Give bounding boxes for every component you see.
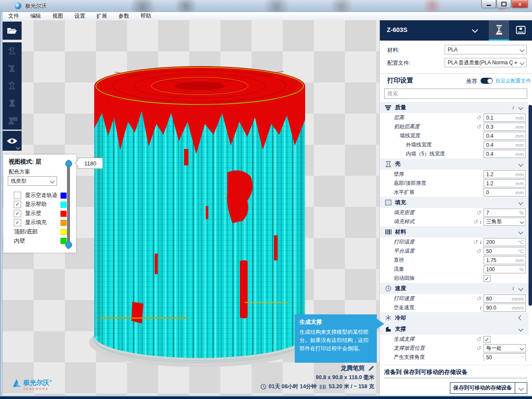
setting-checkbox[interactable]: ✓ [484, 275, 491, 282]
setting-input[interactable]: 0.1mm [484, 114, 526, 122]
material-label: 材料: [387, 47, 399, 54]
setting-value: 7 [484, 210, 489, 216]
setting-select[interactable]: 每一处 [484, 344, 526, 352]
view-option-checkbox[interactable] [14, 192, 21, 199]
save-to-removable-button[interactable]: 保存到可移动的存储设备 [450, 382, 527, 394]
model-dimensions: 90.8 x 90.8 x 118.0 毫米 [261, 373, 374, 382]
setting-label: 层高 [394, 114, 404, 121]
section-header-1[interactable]: 壳 [380, 158, 529, 170]
title-bar: 极光尔沃 x [0, 0, 532, 13]
color-swatch [61, 229, 67, 235]
setting-label: 空走速度 [394, 304, 414, 311]
layer-slider-range [67, 167, 70, 244]
setting-input[interactable]: 0.4mm [484, 150, 526, 158]
menu-item-3[interactable]: 设置 [69, 12, 91, 20]
menu-item-4[interactable]: 扩展 [91, 12, 113, 20]
menu-item-5[interactable]: 参数 [113, 12, 135, 20]
info-icon: i [480, 220, 481, 224]
layer-slider-top-handle[interactable] [65, 160, 72, 167]
custom-profile-link[interactable]: 自定义配置文件 [495, 78, 531, 85]
view-option-checkbox[interactable]: ✓ [14, 210, 21, 217]
tab-monitor[interactable] [509, 20, 532, 41]
setting-unit: mm [516, 172, 526, 177]
view-mode-eye-icon [6, 138, 18, 144]
open-file-button[interactable] [3, 22, 22, 40]
section-header-0[interactable]: 质量i [380, 102, 529, 113]
color-scheme-select[interactable]: 线类型 [8, 176, 57, 186]
menu-item-2[interactable]: 视图 [47, 12, 69, 20]
view-option-checkbox[interactable]: ✓ [14, 201, 21, 208]
setting-input[interactable]: 90.0mm/s [484, 304, 526, 312]
view-mode-button[interactable] [3, 131, 22, 151]
search-input[interactable] [385, 89, 527, 98]
section-header-5[interactable]: 冷却 [380, 312, 529, 323]
setting-input[interactable]: 50° [484, 353, 526, 361]
chevron-down-icon [519, 60, 524, 65]
setting-row: 填充密度↺7% [380, 208, 529, 217]
setting-row: 外墙线宽度0.4mm [380, 140, 529, 149]
scale-tool-icon[interactable] [3, 60, 22, 77]
scrollbar-thumb[interactable] [529, 105, 532, 306]
setting-input[interactable]: 0mm [484, 188, 526, 196]
section-label: 壳 [395, 161, 401, 168]
setting-input[interactable]: 0.3mm [484, 123, 526, 131]
rotate-tool-icon[interactable] [3, 77, 22, 95]
section-header-4[interactable]: 速度i [380, 283, 529, 294]
setting-input[interactable]: 100% [484, 265, 526, 273]
reset-to-default-icon[interactable]: ↺ [477, 210, 481, 215]
setting-input[interactable]: 1.75mm [484, 256, 526, 264]
color-swatch [61, 202, 67, 208]
reset-to-default-icon[interactable]: ↺ [473, 239, 478, 245]
setting-input[interactable]: 1.2mm [484, 179, 526, 187]
reset-to-default-icon[interactable]: ↺ [477, 124, 481, 130]
per-model-settings-icon[interactable] [3, 112, 22, 130]
reset-to-default-icon[interactable]: ↺ [477, 345, 481, 351]
menu-item-0[interactable]: 文件 [3, 12, 25, 20]
setting-row: 水平扩展0mm [380, 188, 529, 197]
material-usage: 53.20 米 / ~ 158 克 [329, 383, 374, 390]
maximize-button[interactable] [497, 0, 511, 8]
setting-value: 0.4 [484, 151, 494, 157]
setting-input[interactable]: 200°C [484, 238, 526, 246]
tab-prepare-slice[interactable] [489, 20, 509, 41]
machine-selector-bar[interactable]: Z-603S [380, 20, 532, 41]
save-options-dropdown[interactable] [515, 386, 527, 390]
setting-checkbox[interactable]: ✓ [484, 336, 491, 343]
section-header-2[interactable]: 填充 [380, 197, 529, 208]
minimize-button[interactable] [481, 0, 496, 8]
material-select[interactable]: PLA [445, 45, 527, 54]
mirror-tool-icon[interactable] [3, 95, 22, 112]
setting-input[interactable]: 0.4mm [484, 132, 526, 140]
move-tool-icon[interactable] [3, 42, 22, 60]
reset-to-default-icon[interactable]: ↺ [473, 219, 478, 225]
reset-to-default-icon[interactable]: ↺ [477, 115, 481, 120]
close-button[interactable]: x [512, 0, 528, 8]
recommended-custom-toggle[interactable] [481, 78, 493, 84]
setting-input[interactable]: 50°C [484, 247, 526, 255]
model-info: 龙腾笔筒 90.8 x 90.8 x 118.0 毫米 01天 08小时 14分… [261, 364, 374, 391]
layer-slider-bottom-handle[interactable] [65, 241, 72, 248]
setting-input[interactable]: 0.4mm [484, 141, 526, 149]
setting-row: 填充样式↺i三角形 [380, 217, 529, 226]
setting-row: 生成支撑↺✓ [380, 335, 529, 344]
view-option-checkbox[interactable]: ✓ [14, 219, 21, 226]
menu-item-6[interactable]: 帮助 [135, 12, 157, 20]
reset-to-default-icon[interactable]: ↺ [477, 336, 481, 342]
setting-tooltip: 生成支撑 生成结构来支撑模型的某些部分。如果没有这些结构，这些部件在打印过程中会… [295, 314, 377, 363]
setting-input[interactable]: 60mm/s [484, 294, 526, 303]
reset-to-default-icon[interactable]: ↺ [477, 248, 481, 254]
section-header-6[interactable]: 支撑 [380, 323, 529, 335]
setting-input[interactable]: 7% [484, 209, 526, 217]
setting-select[interactable]: 三角形 [484, 218, 526, 226]
slice-progress-bar [384, 377, 527, 379]
menu-item-1[interactable]: 编辑 [25, 12, 47, 20]
setting-label: 墙线宽度 [400, 132, 421, 139]
edit-pencil-icon[interactable] [368, 365, 374, 371]
material-value: PLA [448, 47, 458, 53]
section-label: 支撑 [395, 326, 406, 333]
profile-select[interactable]: PLA 普通质量(PLA Norma Qua ★ [445, 58, 527, 67]
reset-to-default-icon[interactable]: ↺ [477, 296, 481, 301]
setting-input[interactable]: 1.2mm [484, 170, 526, 178]
settings-search[interactable] [384, 89, 527, 99]
section-header-3[interactable]: 材料 [380, 226, 529, 238]
